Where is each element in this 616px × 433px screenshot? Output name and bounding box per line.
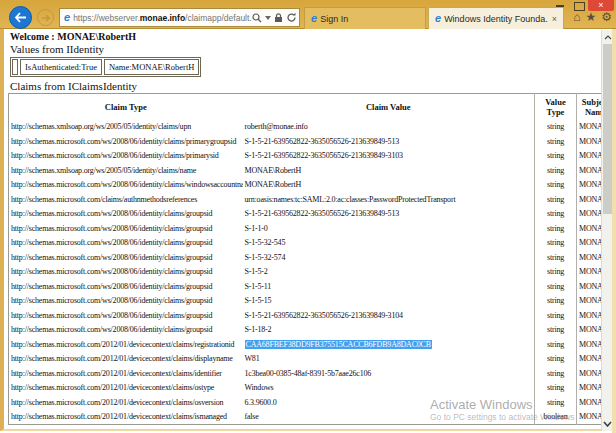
claim-type-cell: http://schemas.microsoft.com/ws/2008/06/… [9,236,243,251]
ie-tab-icon: e [311,13,320,24]
claim-value-cell: S-1-1-0 [243,221,535,236]
tools-gear-icon[interactable]: ⚙ [601,11,612,24]
claims-row: http://schemas.microsoft.com/ws/2008/06/… [9,149,613,164]
claim-value-cell: S-1-5-21-639562822-3635056526-213639849-… [243,134,535,149]
value-type-cell: boolean [535,410,577,425]
claims-row: http://schemas.microsoft.com/claims/auth… [9,192,613,207]
claims-row: http://schemas.microsoft.com/ws/2008/06/… [9,221,613,236]
claim-type-cell: http://schemas.microsoft.com/2012/01/dev… [9,352,243,367]
claim-value-cell: S-1-5-32-545 [243,236,535,251]
value-type-cell: string [535,352,577,367]
claim-value-cell: urn:oasis:names:tc:SAML:2.0:ac:classes:P… [243,192,535,207]
claim-value-cell: roberth@monae.info [243,120,535,135]
claim-type-cell: http://schemas.microsoft.com/ws/2008/06/… [9,294,243,309]
window-right-edge [612,29,616,433]
value-type-cell: string [535,221,577,236]
claim-type-cell: http://schemas.microsoft.com/ws/2008/06/… [9,323,243,338]
claim-type-cell: http://schemas.microsoft.com/ws/2008/06/… [9,265,243,280]
claim-type-cell: http://schemas.microsoft.com/2012/01/dev… [9,366,243,381]
claim-value-cell: MONAE\RobertH [243,163,535,178]
claim-type-cell: http://schemas.microsoft.com/ws/2008/06/… [9,134,243,149]
claims-row: http://schemas.microsoft.com/2012/01/dev… [9,366,613,381]
claim-value-cell: 6.3.9600.0 [243,395,535,410]
claim-value-cell: S-1-5-21-639562822-3635056526-213639849-… [243,308,535,323]
claim-type-cell: http://schemas.microsoft.com/ws/2008/06/… [9,250,243,265]
claims-row: http://schemas.microsoft.com/2012/01/dev… [9,352,613,367]
claims-row: http://schemas.microsoft.com/2012/01/dev… [9,395,613,410]
back-button[interactable] [9,6,32,29]
claims-row: http://schemas.microsoft.com/ws/2008/06/… [9,250,613,265]
claim-type-cell: http://schemas.microsoft.com/ws/2008/06/… [9,279,243,294]
claims-row: http://schemas.microsoft.com/ws/2008/06/… [9,323,613,338]
claims-row: http://schemas.microsoft.com/2012/01/dev… [9,410,613,425]
claim-type-cell: http://schemas.microsoft.com/claims/auth… [9,192,243,207]
claim-value-cell: S-1-5-11 [243,279,535,294]
url-domain: monae.info [140,13,185,23]
maximize-button[interactable] [570,0,588,10]
claim-type-cell: http://schemas.microsoft.com/ws/2008/06/… [9,221,243,236]
claims-column-header: Value Type [535,94,577,120]
value-type-cell: string [535,294,577,309]
tab-close-icon[interactable]: × [548,14,557,24]
claim-type-cell: http://schemas.microsoft.com/2012/01/dev… [9,395,243,410]
value-type-cell: string [535,279,577,294]
value-type-cell: string [535,265,577,280]
claims-row: http://schemas.microsoft.com/ws/2008/06/… [9,134,613,149]
forward-button[interactable] [37,9,54,26]
claim-value-cell: S-1-5-32-574 [243,250,535,265]
identity-values-row: IsAuthenticated:TrueName:MONAE\RobertH [12,59,199,75]
claim-value-cell: W81 [243,352,535,367]
vertical-scrollbar[interactable] [601,30,612,431]
value-type-cell: string [535,308,577,323]
claims-row: http://schemas.microsoft.com/2012/01/dev… [9,337,613,352]
home-icon[interactable]: ⌂ [573,11,580,24]
claim-value-cell: S-1-5-21-639562822-3635056526-213639849-… [243,207,535,222]
value-type-cell: string [535,366,577,381]
search-dropdown-caret-icon[interactable] [265,16,271,20]
welcome-text: Welcome : MONAE\RobertH [10,31,612,42]
value-type-cell: string [535,120,577,135]
claim-value-cell: S-1-5-15 [243,294,535,309]
claims-row: http://schemas.microsoft.com/ws/2008/06/… [9,279,613,294]
tab-label: Windows Identity Founda... [444,14,548,24]
lock-icon [274,13,283,23]
claim-value-cell: S-1-5-21-639562822-3635056526-213639849-… [243,149,535,164]
claims-heading: Claims from IClaimsIdentity [10,80,612,92]
favorites-star-icon[interactable]: ★ [585,11,596,24]
claim-type-cell: http://schemas.microsoft.com/ws/2008/06/… [9,149,243,164]
refresh-icon[interactable] [286,12,297,23]
value-type-cell: string [535,395,577,410]
value-type-cell: string [535,207,577,222]
claims-header-row: Claim TypeClaim ValueValue TypeSubject N… [9,94,613,120]
browser-chrome: × e https://webserver.monae.info/claimap… [0,0,616,29]
claim-value-cell: CAA68FBEF38DD9FB375515CACCB6FDB9A8DAC0CB [243,337,535,352]
claim-value-cell: Windows [243,381,535,396]
identity-value-cell: Name:MONAE\RobertH [104,59,199,75]
search-icon[interactable] [252,13,262,23]
claims-table: Claim TypeClaim ValueValue TypeSubject N… [8,93,612,425]
claim-type-cell: http://schemas.microsoft.com/ws/2008/06/… [9,308,243,323]
scrollbar-thumb[interactable] [603,44,612,214]
value-type-cell: string [535,149,577,164]
value-type-cell: string [535,178,577,193]
identity-values-table: IsAuthenticated:TrueName:MONAE\RobertH [10,57,201,77]
claims-row: http://schemas.microsoft.com/ws/2008/06/… [9,308,613,323]
claim-type-cell: http://schemas.microsoft.com/2012/01/dev… [9,381,243,396]
claim-type-cell: http://schemas.microsoft.com/2012/01/dev… [9,410,243,425]
claim-type-cell: http://schemas.microsoft.com/ws/2008/06/… [9,207,243,222]
claims-row: http://schemas.microsoft.com/ws/2008/06/… [9,207,613,222]
claims-row: http://schemas.microsoft.com/2012/01/dev… [9,381,613,396]
tab-windows-identity-foundation[interactable]: e Windows Identity Founda... × [428,7,564,29]
value-type-cell: string [535,236,577,251]
address-bar[interactable]: e https://webserver.monae.info/claimapp/… [59,8,300,27]
claim-value-cell: MONAE\RobertH [243,178,535,193]
tab-label: Sign In [320,14,419,24]
value-type-cell: string [535,163,577,178]
tab-sign-in[interactable]: e Sign In [304,7,426,29]
claim-type-cell: http://schemas.microsoft.com/2012/01/dev… [9,337,243,352]
claims-column-header: Claim Value [243,94,535,120]
claim-value-cell: false [243,410,535,425]
claim-value-cell: 1c3bea00-0385-48af-8391-5b7aae26c106 [243,366,535,381]
selected-text: CAA68FBEF38DD9FB375515CACCB6FDB9A8DAC0CB [245,340,432,349]
claim-value-cell: S-1-5-2 [243,265,535,280]
